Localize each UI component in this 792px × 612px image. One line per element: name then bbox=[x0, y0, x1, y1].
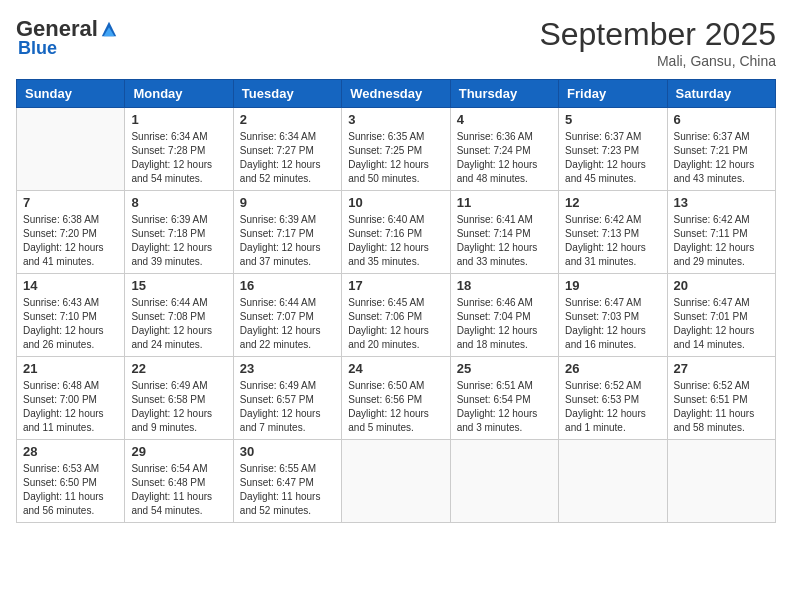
day-number: 11 bbox=[457, 195, 552, 210]
cell-details: Sunrise: 6:54 AMSunset: 6:48 PMDaylight:… bbox=[131, 462, 226, 518]
day-number: 29 bbox=[131, 444, 226, 459]
cell-details: Sunrise: 6:51 AMSunset: 6:54 PMDaylight:… bbox=[457, 379, 552, 435]
cell-details: Sunrise: 6:48 AMSunset: 7:00 PMDaylight:… bbox=[23, 379, 118, 435]
cell-details: Sunrise: 6:42 AMSunset: 7:11 PMDaylight:… bbox=[674, 213, 769, 269]
day-number: 16 bbox=[240, 278, 335, 293]
calendar-cell: 29Sunrise: 6:54 AMSunset: 6:48 PMDayligh… bbox=[125, 440, 233, 523]
day-header-thursday: Thursday bbox=[450, 80, 558, 108]
day-number: 15 bbox=[131, 278, 226, 293]
calendar-cell: 13Sunrise: 6:42 AMSunset: 7:11 PMDayligh… bbox=[667, 191, 775, 274]
cell-details: Sunrise: 6:49 AMSunset: 6:58 PMDaylight:… bbox=[131, 379, 226, 435]
calendar-cell: 18Sunrise: 6:46 AMSunset: 7:04 PMDayligh… bbox=[450, 274, 558, 357]
calendar-cell: 14Sunrise: 6:43 AMSunset: 7:10 PMDayligh… bbox=[17, 274, 125, 357]
cell-details: Sunrise: 6:44 AMSunset: 7:08 PMDaylight:… bbox=[131, 296, 226, 352]
calendar-cell bbox=[17, 108, 125, 191]
day-number: 30 bbox=[240, 444, 335, 459]
calendar-cell: 2Sunrise: 6:34 AMSunset: 7:27 PMDaylight… bbox=[233, 108, 341, 191]
cell-details: Sunrise: 6:37 AMSunset: 7:21 PMDaylight:… bbox=[674, 130, 769, 186]
cell-details: Sunrise: 6:34 AMSunset: 7:27 PMDaylight:… bbox=[240, 130, 335, 186]
day-header-friday: Friday bbox=[559, 80, 667, 108]
cell-details: Sunrise: 6:47 AMSunset: 7:01 PMDaylight:… bbox=[674, 296, 769, 352]
day-number: 3 bbox=[348, 112, 443, 127]
day-number: 18 bbox=[457, 278, 552, 293]
day-header-monday: Monday bbox=[125, 80, 233, 108]
day-number: 26 bbox=[565, 361, 660, 376]
calendar-week-row: 1Sunrise: 6:34 AMSunset: 7:28 PMDaylight… bbox=[17, 108, 776, 191]
calendar-cell: 8Sunrise: 6:39 AMSunset: 7:18 PMDaylight… bbox=[125, 191, 233, 274]
calendar-cell: 6Sunrise: 6:37 AMSunset: 7:21 PMDaylight… bbox=[667, 108, 775, 191]
cell-details: Sunrise: 6:52 AMSunset: 6:51 PMDaylight:… bbox=[674, 379, 769, 435]
day-number: 12 bbox=[565, 195, 660, 210]
calendar-cell: 16Sunrise: 6:44 AMSunset: 7:07 PMDayligh… bbox=[233, 274, 341, 357]
calendar-cell: 15Sunrise: 6:44 AMSunset: 7:08 PMDayligh… bbox=[125, 274, 233, 357]
cell-details: Sunrise: 6:44 AMSunset: 7:07 PMDaylight:… bbox=[240, 296, 335, 352]
cell-details: Sunrise: 6:55 AMSunset: 6:47 PMDaylight:… bbox=[240, 462, 335, 518]
day-header-saturday: Saturday bbox=[667, 80, 775, 108]
cell-details: Sunrise: 6:47 AMSunset: 7:03 PMDaylight:… bbox=[565, 296, 660, 352]
month-title: September 2025 bbox=[539, 16, 776, 53]
day-number: 22 bbox=[131, 361, 226, 376]
calendar-cell: 3Sunrise: 6:35 AMSunset: 7:25 PMDaylight… bbox=[342, 108, 450, 191]
day-number: 20 bbox=[674, 278, 769, 293]
calendar-cell bbox=[342, 440, 450, 523]
calendar-cell: 27Sunrise: 6:52 AMSunset: 6:51 PMDayligh… bbox=[667, 357, 775, 440]
day-number: 28 bbox=[23, 444, 118, 459]
calendar-cell: 5Sunrise: 6:37 AMSunset: 7:23 PMDaylight… bbox=[559, 108, 667, 191]
calendar-cell: 22Sunrise: 6:49 AMSunset: 6:58 PMDayligh… bbox=[125, 357, 233, 440]
day-number: 10 bbox=[348, 195, 443, 210]
page-header: General Blue September 2025 Mali, Gansu,… bbox=[16, 16, 776, 69]
cell-details: Sunrise: 6:37 AMSunset: 7:23 PMDaylight:… bbox=[565, 130, 660, 186]
day-number: 13 bbox=[674, 195, 769, 210]
calendar-cell: 26Sunrise: 6:52 AMSunset: 6:53 PMDayligh… bbox=[559, 357, 667, 440]
calendar-cell: 23Sunrise: 6:49 AMSunset: 6:57 PMDayligh… bbox=[233, 357, 341, 440]
day-number: 5 bbox=[565, 112, 660, 127]
cell-details: Sunrise: 6:39 AMSunset: 7:18 PMDaylight:… bbox=[131, 213, 226, 269]
calendar-table: SundayMondayTuesdayWednesdayThursdayFrid… bbox=[16, 79, 776, 523]
cell-details: Sunrise: 6:52 AMSunset: 6:53 PMDaylight:… bbox=[565, 379, 660, 435]
day-number: 25 bbox=[457, 361, 552, 376]
day-number: 8 bbox=[131, 195, 226, 210]
cell-details: Sunrise: 6:34 AMSunset: 7:28 PMDaylight:… bbox=[131, 130, 226, 186]
calendar-cell: 24Sunrise: 6:50 AMSunset: 6:56 PMDayligh… bbox=[342, 357, 450, 440]
cell-details: Sunrise: 6:41 AMSunset: 7:14 PMDaylight:… bbox=[457, 213, 552, 269]
calendar-week-row: 7Sunrise: 6:38 AMSunset: 7:20 PMDaylight… bbox=[17, 191, 776, 274]
logo: General Blue bbox=[16, 16, 118, 59]
day-header-tuesday: Tuesday bbox=[233, 80, 341, 108]
subtitle: Mali, Gansu, China bbox=[539, 53, 776, 69]
day-number: 19 bbox=[565, 278, 660, 293]
cell-details: Sunrise: 6:50 AMSunset: 6:56 PMDaylight:… bbox=[348, 379, 443, 435]
logo-blue-text: Blue bbox=[18, 38, 57, 59]
calendar-cell: 19Sunrise: 6:47 AMSunset: 7:03 PMDayligh… bbox=[559, 274, 667, 357]
cell-details: Sunrise: 6:46 AMSunset: 7:04 PMDaylight:… bbox=[457, 296, 552, 352]
calendar-week-row: 21Sunrise: 6:48 AMSunset: 7:00 PMDayligh… bbox=[17, 357, 776, 440]
calendar-cell bbox=[667, 440, 775, 523]
calendar-cell: 11Sunrise: 6:41 AMSunset: 7:14 PMDayligh… bbox=[450, 191, 558, 274]
day-number: 27 bbox=[674, 361, 769, 376]
cell-details: Sunrise: 6:43 AMSunset: 7:10 PMDaylight:… bbox=[23, 296, 118, 352]
calendar-cell: 10Sunrise: 6:40 AMSunset: 7:16 PMDayligh… bbox=[342, 191, 450, 274]
calendar-cell: 7Sunrise: 6:38 AMSunset: 7:20 PMDaylight… bbox=[17, 191, 125, 274]
calendar-header-row: SundayMondayTuesdayWednesdayThursdayFrid… bbox=[17, 80, 776, 108]
calendar-cell: 17Sunrise: 6:45 AMSunset: 7:06 PMDayligh… bbox=[342, 274, 450, 357]
calendar-cell bbox=[559, 440, 667, 523]
calendar-week-row: 14Sunrise: 6:43 AMSunset: 7:10 PMDayligh… bbox=[17, 274, 776, 357]
day-number: 9 bbox=[240, 195, 335, 210]
cell-details: Sunrise: 6:40 AMSunset: 7:16 PMDaylight:… bbox=[348, 213, 443, 269]
day-number: 2 bbox=[240, 112, 335, 127]
cell-details: Sunrise: 6:35 AMSunset: 7:25 PMDaylight:… bbox=[348, 130, 443, 186]
day-number: 23 bbox=[240, 361, 335, 376]
cell-details: Sunrise: 6:39 AMSunset: 7:17 PMDaylight:… bbox=[240, 213, 335, 269]
calendar-cell: 9Sunrise: 6:39 AMSunset: 7:17 PMDaylight… bbox=[233, 191, 341, 274]
day-number: 21 bbox=[23, 361, 118, 376]
cell-details: Sunrise: 6:36 AMSunset: 7:24 PMDaylight:… bbox=[457, 130, 552, 186]
day-header-wednesday: Wednesday bbox=[342, 80, 450, 108]
cell-details: Sunrise: 6:49 AMSunset: 6:57 PMDaylight:… bbox=[240, 379, 335, 435]
calendar-cell: 20Sunrise: 6:47 AMSunset: 7:01 PMDayligh… bbox=[667, 274, 775, 357]
logo-icon bbox=[100, 20, 118, 38]
cell-details: Sunrise: 6:53 AMSunset: 6:50 PMDaylight:… bbox=[23, 462, 118, 518]
day-number: 7 bbox=[23, 195, 118, 210]
calendar-cell: 25Sunrise: 6:51 AMSunset: 6:54 PMDayligh… bbox=[450, 357, 558, 440]
calendar-cell: 28Sunrise: 6:53 AMSunset: 6:50 PMDayligh… bbox=[17, 440, 125, 523]
cell-details: Sunrise: 6:38 AMSunset: 7:20 PMDaylight:… bbox=[23, 213, 118, 269]
day-number: 4 bbox=[457, 112, 552, 127]
